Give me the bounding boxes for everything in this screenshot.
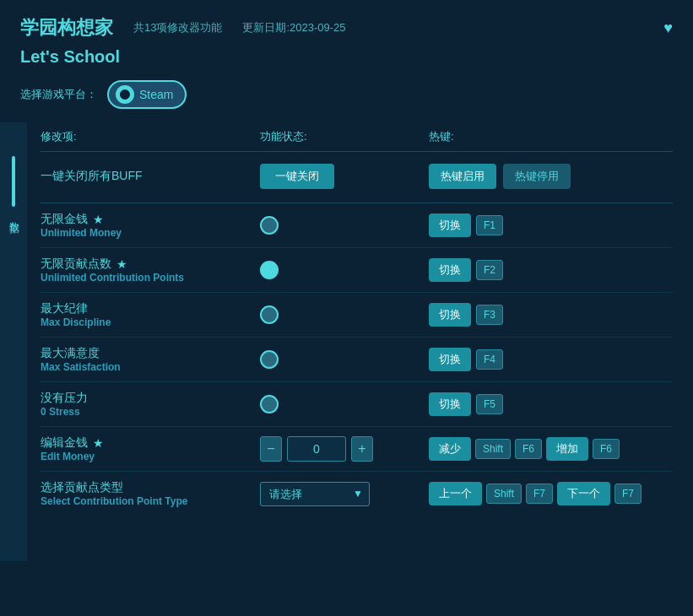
next-btn[interactable]: 下一个 (557, 482, 610, 505)
toggle-key-btn-no-stress[interactable]: 切换 (429, 392, 471, 416)
mod-row-unlimited-money: 无限金钱 ★ Unlimited Money 切换 F1 (41, 203, 673, 248)
mod-toggle-col-unlimited-money (260, 216, 429, 235)
toggle-key-btn-max-satisfaction[interactable]: 切换 (429, 348, 471, 371)
platform-steam-button[interactable]: Steam (107, 80, 187, 109)
mod-hotkey-col-no-stress: 切换 F5 (429, 392, 673, 416)
dropdown-wrapper: 请选择 ▼ (260, 482, 370, 506)
sidebar: 数据 (0, 122, 27, 561)
mod-toggle-col-max-discipline (260, 305, 429, 324)
mod-row-unlimited-contribution: 无限贡献点数 ★ Unlimited Contribution Points 切… (41, 248, 673, 293)
edit-money-row: 编辑金钱 ★ Edit Money − + 减少 Shift F6 增加 F6 (41, 427, 673, 472)
hotkey-tag-unlimited-contribution: F2 (476, 260, 503, 280)
edit-money-name-row: 编辑金钱 ★ (41, 435, 260, 451)
sidebar-bar-icon (12, 156, 15, 207)
toggle-no-stress[interactable] (260, 395, 279, 413)
sidebar-label: 数据 (7, 213, 21, 217)
mod-hotkey-col-max-discipline: 切换 F3 (429, 303, 673, 327)
heart-icon[interactable]: ♥ (663, 19, 673, 37)
edit-money-hotkeys: 减少 Shift F6 增加 F6 (429, 437, 673, 461)
decrease-btn[interactable]: 减少 (429, 437, 471, 461)
edit-money-star[interactable]: ★ (93, 436, 104, 450)
toggle-key-btn-unlimited-contribution[interactable]: 切换 (429, 258, 471, 282)
mod-name-row-unlimited-contribution: 无限贡献点数 ★ (41, 257, 260, 272)
decrease-mod-tag: Shift (475, 439, 511, 459)
hotkey-disable-button[interactable]: 热键停用 (503, 164, 571, 189)
mod-toggle-col-unlimited-contribution (260, 261, 429, 279)
mod-row-max-satisfaction: 最大满意度 Max Satisfaction 切换 F4 (41, 338, 673, 382)
mod-name-row-max-satisfaction: 最大满意度 (41, 346, 260, 361)
mod-zh-unlimited-contribution: 无限贡献点数 (41, 257, 111, 272)
platform-text: Steam (139, 88, 173, 101)
game-subtitle: Let's School (0, 47, 693, 77)
edit-money-zh: 编辑金钱 (41, 435, 88, 451)
mod-en-unlimited-contribution: Unlimited Contribution Points (41, 272, 260, 284)
mod-count: 共13项修改器功能 (133, 20, 222, 35)
mod-name-col-max-satisfaction: 最大满意度 Max Satisfaction (41, 346, 260, 373)
hotkey-tag-max-discipline: F3 (476, 305, 503, 325)
close-all-button[interactable]: 一键关闭 (260, 164, 334, 189)
mod-zh-max-satisfaction: 最大满意度 (41, 346, 100, 361)
toggle-key-btn-unlimited-money[interactable]: 切换 (429, 213, 471, 237)
mod-name-col-max-discipline: 最大纪律 Max Discipline (41, 301, 260, 328)
mod-en-no-stress: 0 Stress (41, 406, 260, 418)
table-area: 修改项: 功能状态: 热键: 一键关闭所有BUFF 一键关闭 热键启用 热键停用… (27, 122, 693, 561)
mod-hotkey-col-unlimited-money: 切换 F1 (429, 213, 673, 237)
mod-en-unlimited-money: Unlimited Money (41, 227, 260, 239)
next-key-tag: F7 (614, 484, 642, 504)
mod-name-row-unlimited-money: 无限金钱 ★ (41, 212, 260, 227)
edit-money-controls: − + (260, 436, 429, 462)
header: 学园构想家 共13项修改器功能 更新日期:2023-09-25 ♥ (0, 0, 693, 47)
mod-name-col-no-stress: 没有压力 0 Stress (41, 391, 260, 418)
mod-toggle-col-no-stress (260, 395, 429, 413)
toggle-max-discipline[interactable] (260, 305, 279, 324)
update-date: 更新日期:2023-09-25 (242, 20, 345, 35)
increase-btn[interactable]: 增加 (546, 437, 588, 461)
mod-en-max-discipline: Max Discipline (41, 316, 260, 328)
toggle-max-satisfaction[interactable] (260, 350, 279, 369)
mod-name-col-unlimited-money: 无限金钱 ★ Unlimited Money (41, 212, 260, 239)
main-content: 数据 修改项: 功能状态: 热键: 一键关闭所有BUFF 一键关闭 热键启用 热… (0, 122, 693, 561)
col-header-hotkey: 热键: (429, 129, 673, 144)
mod-row-no-stress: 没有压力 0 Stress 切换 F5 (41, 382, 673, 427)
plus-button[interactable]: + (351, 436, 373, 462)
contribution-type-row: 选择贡献点类型 Select Contribution Point Type 请… (41, 472, 673, 516)
mod-zh-max-discipline: 最大纪律 (41, 301, 88, 316)
platform-row: 选择游戏平台： Steam (0, 77, 693, 122)
toggle-key-btn-max-discipline[interactable]: 切换 (429, 303, 471, 327)
hotkey-tag-unlimited-money: F1 (476, 215, 503, 235)
contribution-type-select[interactable]: 请选择 (260, 482, 370, 506)
mod-rows-container: 无限金钱 ★ Unlimited Money 切换 F1 无限贡献点数 ★ Un… (41, 203, 673, 427)
minus-button[interactable]: − (260, 436, 282, 462)
column-headers: 修改项: 功能状态: 热键: (41, 122, 673, 152)
money-input[interactable] (287, 436, 346, 462)
contribution-type-hotkeys: 上一个 Shift F7 下一个 F7 (429, 482, 673, 505)
prev-mod-tag: Shift (486, 484, 522, 504)
mod-en-max-satisfaction: Max Satisfaction (41, 361, 260, 373)
contribution-type-zh: 选择贡献点类型 (41, 480, 260, 495)
edit-money-name-col: 编辑金钱 ★ Edit Money (41, 435, 260, 462)
edit-money-en: Edit Money (41, 451, 260, 462)
mod-name-row-no-stress: 没有压力 (41, 391, 260, 406)
steam-icon (116, 85, 134, 104)
toggle-unlimited-contribution[interactable] (260, 261, 279, 279)
toggle-unlimited-money[interactable] (260, 216, 279, 235)
mod-hotkey-col-max-satisfaction: 切换 F4 (429, 348, 673, 371)
star-icon-unlimited-contribution[interactable]: ★ (116, 257, 127, 271)
hotkey-tag-no-stress: F5 (476, 394, 503, 414)
col-header-mod: 修改项: (41, 129, 260, 144)
hotkey-tag-max-satisfaction: F4 (476, 349, 503, 370)
hotkey-enable-button[interactable]: 热键启用 (429, 164, 496, 189)
mod-row-max-discipline: 最大纪律 Max Discipline 切换 F3 (41, 293, 673, 338)
top-controls-row: 一键关闭所有BUFF 一键关闭 热键启用 热键停用 (41, 155, 673, 203)
contribution-type-en: Select Contribution Point Type (41, 495, 260, 507)
mod-name-row-max-discipline: 最大纪律 (41, 301, 260, 316)
prev-btn[interactable]: 上一个 (429, 482, 482, 505)
increase-key-tag: F6 (593, 439, 620, 459)
app-title: 学园构想家 (20, 15, 113, 41)
star-icon-unlimited-money[interactable]: ★ (93, 213, 104, 226)
mod-name-col-unlimited-contribution: 无限贡献点数 ★ Unlimited Contribution Points (41, 257, 260, 284)
col-header-status: 功能状态: (260, 129, 429, 144)
close-all-label: 一键关闭所有BUFF (41, 169, 260, 184)
mod-zh-unlimited-money: 无限金钱 (41, 212, 88, 227)
contribution-type-name-col: 选择贡献点类型 Select Contribution Point Type (41, 480, 260, 507)
